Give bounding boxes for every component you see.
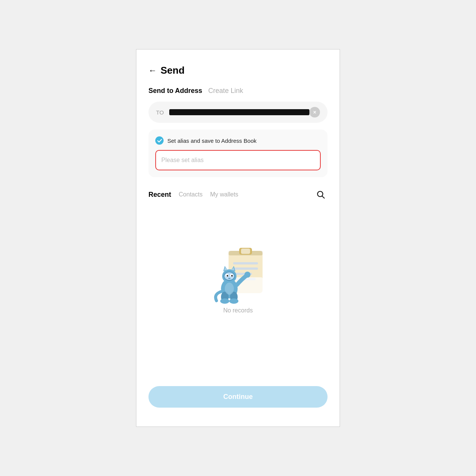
tabs-row: Recent Contacts My wallets xyxy=(148,188,328,201)
svg-rect-7 xyxy=(233,267,258,270)
send-to-label: Send to Address xyxy=(148,87,202,95)
alias-card: Set alias and save to Address Book xyxy=(148,130,328,177)
to-address-value[interactable] xyxy=(169,109,309,115)
no-records-text: No records xyxy=(223,307,253,314)
alias-label: Set alias and save to Address Book xyxy=(167,138,257,144)
svg-rect-5 xyxy=(241,249,250,254)
clear-button[interactable]: × xyxy=(309,107,320,117)
back-button[interactable]: ← xyxy=(148,66,157,76)
svg-point-29 xyxy=(225,283,234,295)
tab-contacts[interactable]: Contacts xyxy=(179,191,202,198)
svg-point-24 xyxy=(244,272,250,278)
svg-point-20 xyxy=(227,275,228,277)
alias-input[interactable] xyxy=(155,150,321,170)
tab-recent[interactable]: Recent xyxy=(148,191,171,199)
empty-state: No records xyxy=(148,210,328,351)
svg-point-28 xyxy=(229,298,238,304)
alias-checkbox-row: Set alias and save to Address Book xyxy=(155,136,321,145)
search-button[interactable] xyxy=(314,188,328,201)
header: ← Send xyxy=(148,65,328,76)
svg-point-27 xyxy=(220,298,229,304)
tab-my-wallets[interactable]: My wallets xyxy=(210,191,314,198)
to-prefix: TO xyxy=(156,109,164,116)
send-to-row: Send to Address Create Link xyxy=(148,87,328,95)
to-input-container: TO × xyxy=(148,102,328,123)
svg-line-1 xyxy=(322,196,325,198)
create-link-button[interactable]: Create Link xyxy=(208,87,243,95)
svg-rect-6 xyxy=(233,262,258,264)
continue-button[interactable]: Continue xyxy=(148,386,328,408)
phone-frame: ← Send Send to Address Create Link TO × … xyxy=(136,49,340,427)
mascot-illustration xyxy=(206,240,270,306)
svg-point-23 xyxy=(228,278,230,279)
alias-checkbox[interactable] xyxy=(155,136,164,145)
page-title: Send xyxy=(161,65,185,76)
svg-point-21 xyxy=(231,275,233,277)
